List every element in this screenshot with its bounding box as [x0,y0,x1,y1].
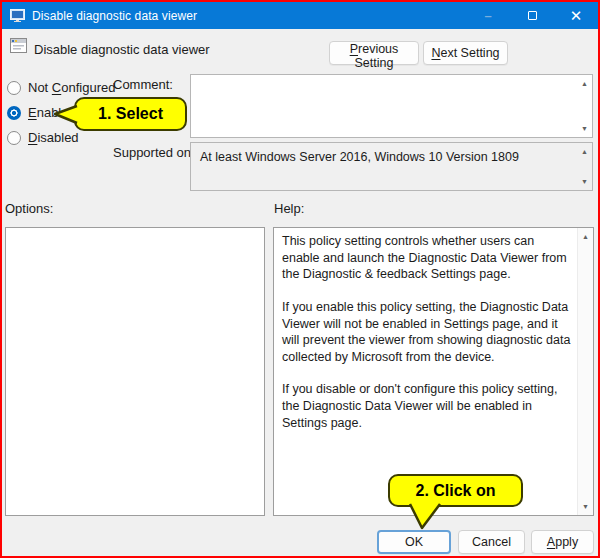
help-text: This policy setting controls whether use… [274,228,576,515]
scroll-up-icon[interactable]: ▲ [582,233,589,240]
radio-disabled-circle[interactable] [7,131,21,145]
close-button[interactable]: ✕ [554,2,598,29]
comment-label: Comment: [113,77,173,92]
scroll-down-icon[interactable]: ▼ [581,125,588,132]
options-panel [5,227,265,516]
annotation-step1-select: 1. Select [74,97,187,131]
supported-on-label: Supported on: [113,145,195,160]
radio-not-configured[interactable]: Not Configured [7,80,115,95]
help-scrollbar[interactable]: ▲ ▼ [577,228,593,515]
scroll-down-icon[interactable]: ▼ [582,503,589,510]
title-bar: Disable diagnostic data viewer – ✕ [2,2,598,29]
annotation-step2-tail [407,503,443,530]
help-panel: This policy setting controls whether use… [273,227,594,516]
apply-button[interactable]: Apply [531,530,594,554]
policy-name-heading: Disable diagnostic data viewer [34,42,210,57]
cancel-button[interactable]: Cancel [458,530,525,554]
window-title: Disable diagnostic data viewer [32,9,197,23]
ok-button[interactable]: OK [377,530,451,554]
minimize-button: – [466,2,510,29]
supported-on-value: At least Windows Server 2016, Windows 10… [191,143,592,164]
comment-textarea[interactable]: ▲ ▼ [190,74,593,138]
next-setting-button[interactable]: Next Setting [423,41,508,65]
radio-enabled-circle[interactable] [7,106,21,120]
policy-setting-dialog: Disable diagnostic data viewer – ✕ Disab… [0,0,600,558]
scroll-down-icon[interactable]: ▼ [581,178,588,185]
scroll-up-icon[interactable]: ▲ [581,148,588,155]
radio-disabled[interactable]: Disabled [7,130,115,145]
annotation-step1-tail [54,104,78,126]
policy-setting-icon [10,38,27,57]
previous-setting-button[interactable]: Previous Setting [329,41,419,65]
radio-not-configured-circle[interactable] [7,81,21,95]
scroll-up-icon[interactable]: ▲ [581,80,588,87]
options-label: Options: [5,201,53,216]
app-window-icon [10,9,25,22]
help-label: Help: [274,201,304,216]
supported-on-box: At least Windows Server 2016, Windows 10… [190,142,593,191]
maximize-button[interactable] [510,2,554,29]
maximize-icon [528,11,537,20]
